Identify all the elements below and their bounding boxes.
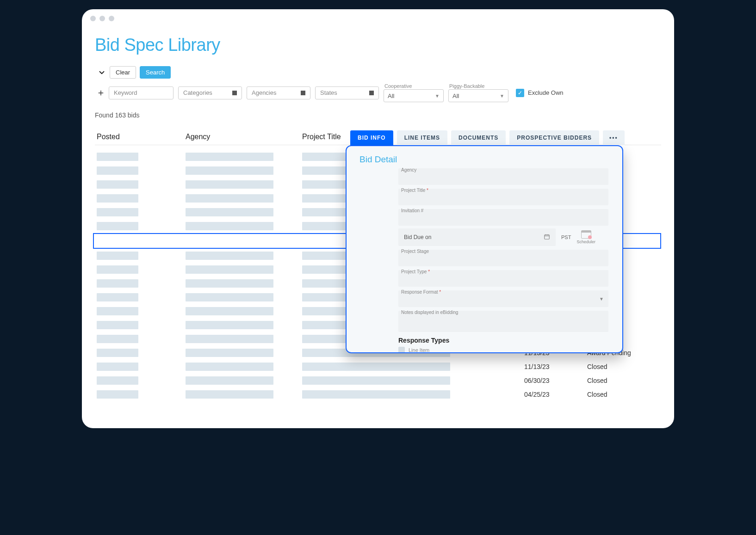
placeholder-cell — [186, 321, 273, 329]
placeholder-cell — [97, 265, 138, 274]
placeholder-cell — [186, 307, 273, 315]
field-invitation: Invitation # — [398, 209, 608, 226]
placeholder-cell — [302, 390, 450, 399]
placeholder-cell — [186, 194, 273, 203]
states-input[interactable]: States — [315, 86, 379, 99]
placeholder-cell — [97, 222, 138, 230]
chevron-down-icon[interactable] — [98, 68, 106, 77]
placeholder-cell — [186, 166, 273, 175]
agency-input[interactable] — [398, 168, 608, 185]
bid-detail-form: Agency Project Title * Invitation # Bid … — [356, 168, 613, 353]
project-title-input[interactable] — [398, 189, 608, 205]
response-format-label: Response Format * — [401, 289, 441, 295]
tab-more[interactable]: ••• — [603, 130, 625, 145]
placeholder-cell — [97, 349, 138, 357]
traffic-minimize-icon[interactable] — [99, 16, 105, 21]
table-row[interactable]: 11/13/23Closed — [95, 360, 661, 374]
tab-bid-info[interactable]: BID INFO — [350, 130, 393, 145]
calendar-icon[interactable] — [544, 234, 550, 241]
tab-line-items[interactable]: LINE ITEMS — [397, 130, 447, 145]
exclude-own-checkbox[interactable]: ✓ — [516, 89, 524, 97]
placeholder-cell — [186, 376, 273, 385]
keyword-placeholder: Keyword — [114, 89, 137, 96]
bid-detail-panel: Bid Detail Agency Project Title * Invita… — [346, 145, 623, 353]
plus-icon[interactable] — [98, 90, 104, 96]
placeholder-cell — [186, 265, 273, 274]
categories-input[interactable]: Categories — [178, 86, 242, 99]
placeholder-cell — [186, 180, 273, 189]
table-row[interactable]: 06/30/23Closed — [95, 374, 661, 387]
placeholder-cell — [186, 153, 273, 161]
svg-rect-0 — [545, 234, 550, 239]
cooperative-select[interactable]: All ▼ — [384, 89, 444, 102]
piggy-select[interactable]: All ▼ — [448, 89, 508, 102]
cooperative-value: All — [388, 92, 394, 99]
placeholder-cell — [186, 335, 273, 343]
placeholder-cell — [97, 166, 138, 175]
table-row[interactable]: 04/25/23Closed — [95, 387, 661, 401]
field-agency: Agency — [398, 168, 608, 185]
agencies-placeholder: Agencies — [252, 89, 276, 96]
tab-documents[interactable]: DOCUMENTS — [451, 130, 506, 145]
caret-down-icon: ▼ — [500, 93, 504, 98]
filter-toolbar: Clear Search — [95, 66, 661, 79]
placeholder-cell — [97, 279, 138, 288]
field-notes: Notes displayed in eBidding — [398, 311, 608, 332]
placeholder-cell — [186, 279, 273, 288]
invitation-input[interactable] — [398, 209, 608, 226]
keyword-input[interactable]: Keyword — [109, 86, 174, 99]
multi-select-icon — [232, 91, 237, 95]
app-window: Bid Spec Library Clear Search Keyword Ca… — [82, 9, 674, 428]
placeholder-cell — [97, 390, 138, 399]
line-item-label: Line Item — [409, 347, 429, 353]
th-agency[interactable]: Agency — [186, 133, 302, 141]
placeholder-cell — [186, 363, 273, 371]
placeholder-cell — [97, 376, 138, 385]
page-title: Bid Spec Library — [95, 35, 661, 55]
multi-select-icon — [369, 91, 374, 95]
traffic-close-icon[interactable] — [90, 16, 96, 21]
due-date: 06/30/23 — [524, 377, 587, 384]
placeholder-cell — [186, 349, 273, 357]
scheduler-label: Scheduler — [576, 240, 595, 244]
field-bid-due: Bid Due on PST Scheduler — [398, 228, 608, 246]
traffic-zoom-icon[interactable] — [109, 16, 114, 21]
piggy-value: All — [452, 92, 459, 99]
placeholder-cell — [186, 390, 273, 399]
project-type-input[interactable] — [398, 270, 608, 287]
bid-due-label: Bid Due on — [404, 234, 431, 240]
placeholder-cell — [97, 153, 138, 161]
field-project-stage: Project Stage — [398, 250, 608, 266]
project-stage-label: Project Stage — [401, 249, 429, 254]
due-date: 11/13/23 — [524, 363, 587, 370]
status-text: Closed — [587, 391, 661, 398]
tab-prospective-bidders[interactable]: PROSPECTIVE BIDDERS — [509, 130, 599, 145]
bid-due-input[interactable]: Bid Due on — [398, 228, 556, 246]
search-button[interactable]: Search — [140, 66, 171, 79]
filter-inputs-row: Keyword Categories Agencies States Coope… — [95, 83, 661, 102]
multi-select-icon — [301, 91, 305, 95]
placeholder-cell — [97, 307, 138, 315]
response-types-header: Response Types — [398, 337, 608, 344]
caret-down-icon: ▼ — [599, 296, 604, 301]
bid-detail-title: Bid Detail — [356, 154, 613, 165]
project-type-label: Project Type * — [401, 269, 430, 274]
project-stage-input[interactable] — [398, 250, 608, 266]
placeholder-cell — [97, 180, 138, 189]
status-text: Closed — [587, 377, 661, 384]
placeholder-cell — [97, 363, 138, 371]
th-posted[interactable]: Posted — [95, 133, 186, 141]
placeholder-cell — [302, 363, 450, 371]
line-item-checkbox[interactable] — [398, 347, 405, 353]
clear-button[interactable]: Clear — [110, 66, 136, 79]
placeholder-cell — [97, 252, 138, 260]
detail-tabs: BID INFO LINE ITEMS DOCUMENTS PROSPECTIV… — [350, 130, 625, 145]
title-bar — [82, 9, 674, 28]
scheduler-button[interactable]: Scheduler — [576, 230, 595, 244]
placeholder-cell — [186, 293, 273, 301]
placeholder-cell — [97, 293, 138, 301]
invitation-label: Invitation # — [401, 208, 423, 213]
field-response-format: Response Format * ▼ — [398, 290, 608, 307]
placeholder-cell — [97, 194, 138, 203]
agencies-input[interactable]: Agencies — [247, 86, 310, 99]
